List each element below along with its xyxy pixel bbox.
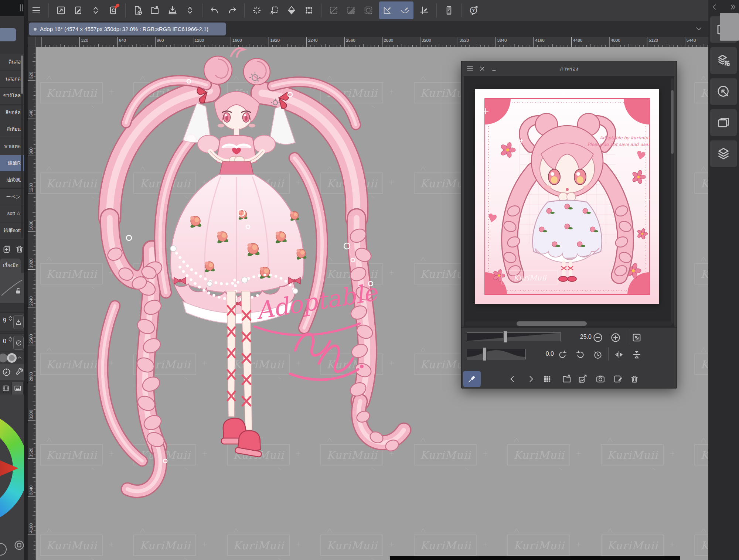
reset-rotation-button[interactable] <box>592 348 604 361</box>
zoom-out-button[interactable] <box>592 331 604 344</box>
ruler-corner <box>28 37 36 47</box>
document-tab[interactable]: Adop 16* (4574 x 4557px 350dpi 32.0% : R… <box>29 23 226 35</box>
subtool-item-5[interactable]: พาสเทล <box>0 138 24 155</box>
fit-view-button[interactable] <box>630 331 643 344</box>
flip-vertical-button[interactable] <box>630 348 643 361</box>
subtool-item-6[interactable]: 鉛筆R <box>0 155 24 172</box>
toolbar-group <box>129 3 198 18</box>
wrench-icon[interactable] <box>15 367 24 377</box>
tool-property-tab[interactable]: เรื่องมือ <box>0 259 21 273</box>
toolbar-divider <box>436 3 437 17</box>
fill-tool-button[interactable] <box>284 3 299 18</box>
open-file-button[interactable] <box>148 3 163 18</box>
brush-tip-row[interactable] <box>0 352 24 364</box>
subview-hscrollbar-thumb[interactable] <box>517 321 587 326</box>
clip-studio-badge-button[interactable] <box>106 3 120 18</box>
save-file-button[interactable] <box>165 3 180 18</box>
eyedropper-button[interactable] <box>463 371 481 387</box>
panel-menu-icon[interactable] <box>466 65 474 73</box>
toolbar-collapse-button[interactable] <box>88 3 103 18</box>
boxed-square-icon[interactable] <box>13 539 24 551</box>
new-file-button[interactable] <box>130 3 145 18</box>
delete-subtool-button[interactable] <box>15 244 24 254</box>
rotation-slider[interactable] <box>467 349 526 359</box>
rotate-cw-button[interactable] <box>574 348 587 361</box>
lock-icon[interactable] <box>13 286 23 296</box>
subtool-item-3[interactable]: สีชอล์ค <box>0 105 24 122</box>
vruler-label: 4160 <box>29 523 33 533</box>
subview-header[interactable]: ภาพรอง <box>462 61 677 76</box>
panel-layers-button[interactable] <box>710 140 737 167</box>
update-badge <box>116 4 119 7</box>
zoom-in-button[interactable] <box>609 331 622 344</box>
no-entry-button[interactable] <box>13 336 24 350</box>
subtool-item-9[interactable]: soft ☆ <box>0 205 24 222</box>
panel-layer-property-button[interactable] <box>710 47 737 74</box>
flip-horizontal-button[interactable] <box>613 348 625 361</box>
subview-image[interactable]: KuriMuii Adoptable by kurimuii Please do… <box>475 89 659 304</box>
opacity-value[interactable]: 0 <box>0 338 6 345</box>
ruler-tool-button[interactable] <box>380 3 395 18</box>
thumbnail-grid-button[interactable] <box>541 373 554 385</box>
record-circle-icon[interactable] <box>0 543 7 556</box>
save-options-button[interactable] <box>183 3 197 18</box>
close-icon[interactable] <box>479 65 486 72</box>
toolbar-divider <box>244 3 245 17</box>
window-size-button[interactable] <box>54 3 68 18</box>
subtool-item-4[interactable]: สีเทียน <box>0 121 24 138</box>
tab-color-wheel[interactable] <box>12 382 24 395</box>
selection-border-button[interactable] <box>361 3 376 18</box>
curve-ruler-tool-button[interactable] <box>398 3 412 18</box>
active-tool-swatch[interactable] <box>0 28 16 41</box>
zoom-slider[interactable] <box>467 332 561 341</box>
tab-timeline[interactable] <box>0 382 12 395</box>
delete-image-button[interactable] <box>628 373 641 385</box>
brush-size-value[interactable]: 9 <box>0 317 6 324</box>
reselect-button[interactable] <box>267 3 282 18</box>
toolbar-group <box>379 1 413 19</box>
dial-icon[interactable] <box>1 367 11 377</box>
subtool-item-0[interactable]: ดินสอ <box>0 54 24 71</box>
selection-invert-button[interactable] <box>326 3 341 18</box>
subtool-item-7[interactable]: 油彩風 <box>0 172 24 189</box>
selection-area-button[interactable] <box>344 3 358 18</box>
camera-button[interactable] <box>594 373 607 385</box>
main-menu-button[interactable] <box>29 3 44 18</box>
pen-settings-button[interactable] <box>71 3 86 18</box>
undo-button[interactable] <box>207 3 222 18</box>
chevron-down-icon[interactable] <box>694 24 703 33</box>
subtool-item-8[interactable]: ーペン <box>0 189 24 206</box>
subview-panel: ภาพรอง <box>461 61 677 388</box>
prev-image-button[interactable] <box>506 373 519 385</box>
add-subtool-button[interactable] <box>2 244 12 254</box>
panel-subview-button[interactable] <box>710 109 737 136</box>
help-button[interactable]: ? <box>466 3 481 18</box>
vruler-label: 2240 <box>29 296 33 306</box>
subtool-item-2[interactable]: ซาร์โคล <box>0 88 24 105</box>
snap-ruler-button[interactable] <box>417 3 432 18</box>
hruler-label: 320 <box>81 38 88 42</box>
expand-right-icon[interactable] <box>729 3 737 11</box>
minimize-icon[interactable] <box>490 65 498 72</box>
panel-quick-access-button[interactable] <box>710 78 737 105</box>
rotation-slider-thumb[interactable] <box>483 347 487 361</box>
open-image-button[interactable] <box>561 373 573 385</box>
subtool-item-10[interactable]: 鉛筆soft <box>0 222 24 239</box>
companion-mode-button[interactable] <box>442 3 456 18</box>
save-default-button[interactable] <box>13 315 24 329</box>
rotate-ccw-button[interactable] <box>556 348 569 361</box>
chevron-up-icon[interactable] <box>16 354 23 361</box>
zoom-slider-thumb[interactable] <box>503 331 507 343</box>
collapse-left-icon[interactable] <box>711 3 719 11</box>
subview-content: KuriMuii Adoptable by kurimuii Please do… <box>464 76 674 327</box>
edit-image-button[interactable] <box>612 373 624 385</box>
collapsed-palette-block[interactable] <box>720 13 739 41</box>
export-image-button[interactable] <box>576 373 589 385</box>
subview-vscrollbar-thumb[interactable] <box>671 90 674 154</box>
next-image-button[interactable] <box>525 373 537 385</box>
subtool-item-1[interactable]: นสอกด <box>0 71 24 88</box>
subtool-scrollbar-thumb[interactable] <box>21 55 23 94</box>
deselect-button[interactable] <box>249 3 264 18</box>
redo-button[interactable] <box>225 3 239 18</box>
transform-button[interactable] <box>302 3 316 18</box>
